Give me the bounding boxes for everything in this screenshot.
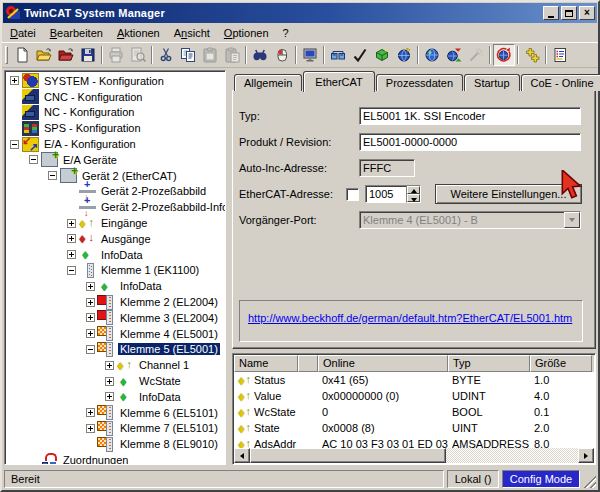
mouse-button[interactable]	[271, 44, 293, 66]
collapse-minus-icon[interactable]	[10, 140, 19, 149]
reload-devices-button[interactable]	[393, 44, 415, 66]
menu-item-bearbeiten[interactable]: Bearbeiten	[43, 25, 110, 41]
tree-item-klemme-4-el5001[interactable]: Klemme 4 (EL5001)	[6, 326, 225, 342]
add-io-button[interactable]	[521, 44, 543, 66]
tree-item-zuordnungen[interactable]: Zuordnungen	[6, 452, 225, 465]
close-button[interactable]: ×	[579, 6, 595, 20]
variable-row-status[interactable]: Status0x41 (65)BYTE1.0	[234, 372, 594, 388]
tree-item-sps-konfiguration[interactable]: SPS - Konfiguration	[6, 120, 225, 136]
cut-button[interactable]	[155, 44, 177, 66]
expand-plus-icon[interactable]	[86, 329, 95, 338]
menu-item-datei[interactable]: Datei	[3, 25, 43, 41]
vorgaenger-port-combobox[interactable]: Klemme 4 (EL5001) - B	[359, 211, 581, 229]
tree-item-ausg-nge[interactable]: Ausgänge	[6, 231, 225, 247]
tab-allgemein[interactable]: Allgemein	[234, 74, 302, 91]
print-button[interactable]	[105, 44, 127, 66]
expand-plus-icon[interactable]	[86, 424, 95, 433]
typ-field[interactable]	[359, 107, 581, 125]
tree-item-infodata[interactable]: InfoData	[6, 389, 225, 405]
reload-io-button[interactable]	[493, 44, 515, 66]
choose-target-system-button[interactable]	[299, 44, 321, 66]
scrollbar-track[interactable]	[446, 448, 578, 463]
menu-item-[interactable]: ?	[276, 25, 296, 41]
scan-devices-button[interactable]	[421, 44, 443, 66]
find-button[interactable]	[249, 44, 271, 66]
auto-inc-adresse-field[interactable]	[359, 159, 415, 177]
copy-button[interactable]	[177, 44, 199, 66]
menu-item-aktionen[interactable]: Aktionen	[110, 25, 167, 41]
open-project-button[interactable]	[33, 44, 55, 66]
spin-down-button[interactable]	[407, 194, 420, 202]
tab-prozessdaten[interactable]: Prozessdaten	[376, 74, 463, 91]
collapse-minus-icon[interactable]	[29, 155, 38, 164]
expand-plus-icon[interactable]	[67, 234, 76, 243]
tree-item-klemme-3-el2004[interactable]: Klemme 3 (EL2004)	[6, 310, 225, 326]
expand-plus-icon[interactable]	[86, 313, 95, 322]
print-preview-button[interactable]	[127, 44, 149, 66]
tree-item-klemme-8-el9010[interactable]: Klemme 8 (EL9010)	[6, 436, 225, 452]
tab-ethercat[interactable]: EtherCAT	[303, 71, 374, 92]
save-project-button[interactable]	[77, 44, 99, 66]
tree-item-klemme-7-el5101[interactable]: Klemme 7 (EL5101)	[6, 421, 225, 437]
column-header-blank[interactable]	[298, 355, 318, 372]
open-target-project-button[interactable]	[55, 44, 77, 66]
expand-plus-icon[interactable]	[86, 408, 95, 417]
toolbar-grip[interactable]	[5, 46, 8, 64]
wand-button[interactable]	[465, 44, 487, 66]
column-header-gr-e[interactable]: Größe	[530, 355, 592, 372]
expand-plus-icon[interactable]	[105, 392, 114, 401]
combo-dropdown-button[interactable]	[564, 212, 580, 228]
variable-row-wcstate[interactable]: WcState0BOOL0.1	[234, 404, 594, 420]
tree-item-nc-konfiguration[interactable]: NC - Konfiguration	[6, 105, 225, 121]
beckhoff-documentation-link[interactable]: http://www.beckhoff.de/german/default.ht…	[248, 312, 572, 324]
tree-item-klemme-1-ek1100[interactable]: Klemme 1 (EK1100)	[6, 263, 225, 279]
paste-special-button[interactable]	[221, 44, 243, 66]
tree-item-cnc-konfiguration[interactable]: CNC - Konfiguration	[6, 89, 225, 105]
tree-item-klemme-6-el5101[interactable]: Klemme 6 (EL5101)	[6, 405, 225, 421]
tree-item-ger-t-2-proze-abbild[interactable]: Gerät 2-Prozeßabbild	[6, 184, 225, 200]
scroll-left-button[interactable]	[234, 448, 250, 463]
variable-row-adsaddr[interactable]: AdsAddrAC 10 03 F3 03 01 ED 03AMSADDRESS…	[234, 436, 594, 448]
resize-grip[interactable]	[583, 475, 596, 488]
tree-item-infodata[interactable]: InfoData	[6, 278, 225, 294]
new-io-box-button[interactable]	[371, 44, 393, 66]
tree-item-ger-t-2-proze-abbild-info[interactable]: Gerät 2-Prozeßabbild-Info	[6, 199, 225, 215]
produkt-revision-field[interactable]	[359, 133, 581, 151]
collapse-minus-icon[interactable]	[86, 345, 95, 354]
tree-item-infodata[interactable]: InfoData	[6, 247, 225, 263]
expand-plus-icon[interactable]	[105, 377, 114, 386]
horizontal-scrollbar[interactable]	[234, 448, 594, 463]
tree-item-channel-1[interactable]: Channel 1	[6, 357, 225, 373]
tree-item-klemme-5-el5001[interactable]: Klemme 5 (EL5001)	[6, 342, 225, 358]
ethercat-adresse-field[interactable]	[365, 185, 406, 203]
menu-item-ansicht[interactable]: Ansicht	[167, 25, 217, 41]
ethercat-adresse-checkbox[interactable]	[346, 188, 359, 201]
maximize-button[interactable]	[561, 6, 577, 20]
new-document-button[interactable]	[11, 44, 33, 66]
column-header-online[interactable]: Online	[318, 355, 448, 372]
scrollbar-thumb[interactable]	[250, 448, 446, 463]
minimize-button[interactable]	[543, 6, 559, 20]
collapse-minus-icon[interactable]	[67, 266, 76, 275]
column-header-name[interactable]: Name	[234, 355, 298, 372]
paste-button[interactable]	[199, 44, 221, 66]
expand-plus-icon[interactable]	[86, 282, 95, 291]
variable-row-state[interactable]: State0x0008 (8)UINT2.0	[234, 420, 594, 436]
tree-item-e-a-konfiguration[interactable]: E/A - Konfiguration	[6, 136, 225, 152]
column-header-typ[interactable]: Typ	[448, 355, 530, 372]
change-links-button[interactable]	[443, 44, 465, 66]
expand-plus-icon[interactable]	[86, 298, 95, 307]
tree-item-wcstate[interactable]: WcState	[6, 373, 225, 389]
mappings-button[interactable]	[327, 44, 349, 66]
menu-item-optionen[interactable]: Optionen	[217, 25, 276, 41]
tree-item-eing-nge[interactable]: Eingänge	[6, 215, 225, 231]
properties-list-button[interactable]	[549, 44, 571, 66]
expand-plus-icon[interactable]	[67, 219, 76, 228]
tab-coe-online[interactable]: CoE - Online	[521, 74, 600, 91]
expand-plus-icon[interactable]	[10, 76, 19, 85]
tree-item-system-konfiguration[interactable]: SYSTEM - Konfiguration	[6, 73, 225, 89]
collapse-minus-icon[interactable]	[48, 171, 57, 180]
variable-row-value[interactable]: Value0x00000000 (0)UDINT4.0	[234, 388, 594, 404]
tree-item-klemme-2-el2004[interactable]: Klemme 2 (EL2004)	[6, 294, 225, 310]
tree-item-ger-t-2-ethercat[interactable]: Gerät 2 (EtherCAT)	[6, 168, 225, 184]
